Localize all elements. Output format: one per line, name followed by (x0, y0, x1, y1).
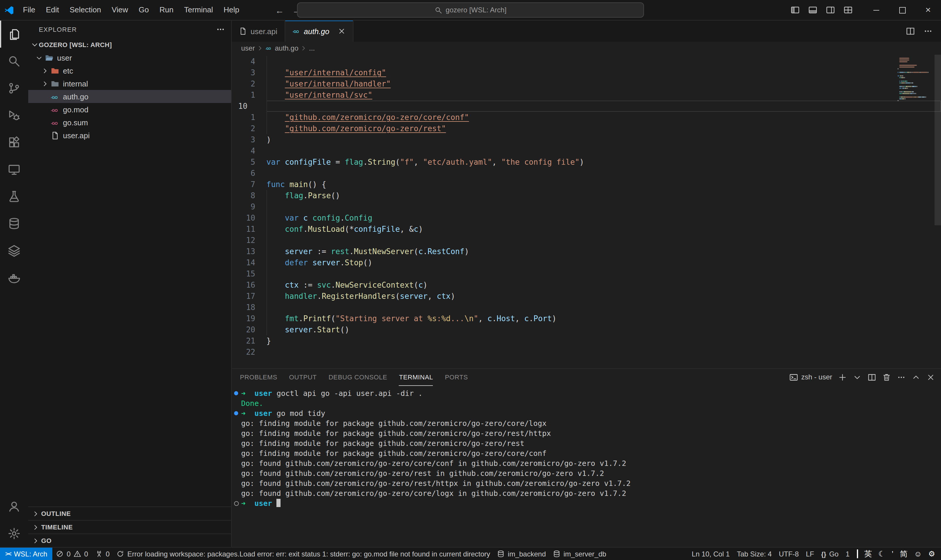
code-line[interactable]: 4 (232, 145, 941, 157)
terminal-dropdown-icon[interactable] (853, 373, 862, 382)
breadcrumb-item[interactable]: ... (309, 44, 315, 52)
status-workspace-loading[interactable]: Error loading workspace: packages.Load e… (113, 548, 494, 560)
workspace-root[interactable]: GOZERO [WSL: ARCH] (28, 38, 231, 51)
command-decoration-icon[interactable] (234, 391, 238, 395)
code-line[interactable]: 3 ) (232, 134, 941, 145)
menu-file[interactable]: File (18, 0, 41, 20)
close-panel-icon[interactable] (926, 373, 935, 382)
command-decoration-icon[interactable] (234, 411, 238, 415)
section-go[interactable]: GO (28, 534, 231, 547)
terminal-instance[interactable]: zsh - user (790, 373, 832, 382)
activity-explorer[interactable] (0, 21, 28, 48)
tree-item-auth.go[interactable]: -GO auth.go (28, 90, 231, 103)
tree-item-go.mod[interactable]: -GO go.mod (28, 103, 231, 116)
activity-run-debug[interactable] (0, 102, 28, 129)
status-indentation[interactable]: Tab Size: 4 (733, 548, 775, 560)
maximize-panel-icon[interactable] (912, 373, 920, 382)
menu-edit[interactable]: Edit (41, 0, 65, 20)
tree-item-user.api[interactable]: user.api (28, 129, 231, 142)
close-tab-icon[interactable] (338, 27, 346, 35)
code-line[interactable]: 20 server.Start() (232, 324, 941, 335)
code-line[interactable]: 9 (232, 201, 941, 212)
menu-terminal[interactable]: Terminal (179, 0, 218, 20)
toggle-sidebar-icon[interactable] (790, 5, 800, 15)
tree-item-user[interactable]: user (28, 51, 231, 64)
code-line[interactable]: 10 var c config.Config (232, 212, 941, 223)
status-problems[interactable]: 00 (53, 548, 92, 560)
back-arrow-icon[interactable]: ← (275, 5, 284, 15)
status-db-im-server-db[interactable]: im_server_db (549, 548, 610, 560)
code-line[interactable]: 22 (232, 346, 941, 358)
close-button[interactable]: × (915, 0, 941, 20)
maximize-button[interactable] (889, 0, 915, 20)
menu-view[interactable]: View (106, 0, 134, 20)
status-eol[interactable]: LF (802, 548, 818, 560)
code-line[interactable]: 7 func main() { (232, 179, 941, 190)
code-line[interactable]: 8 flag.Parse() (232, 190, 941, 201)
activity-layers[interactable] (0, 237, 28, 264)
tab-auth.go[interactable]: -GO auth.go (285, 21, 354, 42)
menu-help[interactable]: Help (218, 0, 244, 20)
command-decoration-icon[interactable] (234, 501, 239, 506)
code-line[interactable]: 1 "user/internal/svc" (232, 89, 941, 101)
code-line[interactable]: 4 (232, 56, 941, 67)
tree-item-internal[interactable]: internal (28, 77, 231, 90)
tree-item-etc[interactable]: etc (28, 64, 231, 77)
status-cursor-position[interactable]: Ln 10, Col 1 (688, 548, 733, 560)
editor-more-actions-icon[interactable] (923, 26, 933, 36)
activity-extensions[interactable] (0, 129, 28, 156)
code-line[interactable]: 21 } (232, 335, 941, 346)
code-line[interactable]: 2 "github.com/zeromicro/go-zero/rest" (232, 123, 941, 134)
ime-item-2[interactable]: ’ (892, 549, 893, 558)
code-line[interactable]: 2 "user/internal/handler" (232, 78, 941, 89)
ime-item-1[interactable]: ☾ (878, 549, 885, 558)
code-line[interactable]: 11 conf.MustLoad(*configFile, &c) (232, 223, 941, 235)
activity-remote-explorer[interactable] (0, 156, 28, 183)
customize-layout-icon[interactable] (843, 5, 853, 15)
code-line[interactable]: 15 (232, 268, 941, 279)
activity-accounts[interactable] (0, 493, 28, 520)
toggle-secondary-sidebar-icon[interactable] (826, 5, 835, 15)
code-line[interactable]: 6 (232, 168, 941, 179)
activity-testing[interactable] (0, 183, 28, 210)
status-remote[interactable]: ><WSL: Arch (0, 548, 53, 560)
code-line[interactable]: 5 var configFile = flag.String("f", "etc… (232, 157, 941, 168)
editor-scrollbar[interactable] (935, 55, 941, 225)
status-db-im-backend[interactable]: im_backend (494, 548, 549, 560)
code-line[interactable]: 17 handler.RegisterHandlers(server, ctx) (232, 291, 941, 302)
activity-source-control[interactable] (0, 75, 28, 102)
breadcrumb-item[interactable]: -GOauth.go (266, 44, 298, 52)
status-ports[interactable]: 0 (92, 548, 113, 560)
ime-item-3[interactable]: 简 (900, 549, 907, 559)
menu-go[interactable]: Go (134, 0, 154, 20)
status-language-mode[interactable]: {}Go (818, 548, 842, 560)
activity-search[interactable] (0, 48, 28, 75)
toggle-panel-icon[interactable] (808, 5, 818, 15)
section-timeline[interactable]: TIMELINE (28, 520, 231, 534)
minimap[interactable] (898, 56, 934, 103)
split-terminal-icon[interactable] (867, 373, 876, 382)
more-actions-icon[interactable] (216, 25, 225, 34)
tree-item-go.sum[interactable]: -GO go.sum (28, 116, 231, 129)
kill-terminal-icon[interactable] (882, 373, 891, 382)
code-line[interactable]: 16 ctx := svc.NewServiceContext(c) (232, 279, 941, 291)
panel-tab-ports[interactable]: PORTS (445, 369, 468, 386)
code-line[interactable]: 3 "user/internal/config" (232, 67, 941, 78)
ime-item-5[interactable]: ⚙ (928, 549, 935, 558)
split-editor-icon[interactable] (906, 26, 915, 36)
code-line[interactable]: 14 defer server.Stop() (232, 257, 941, 268)
menu-run[interactable]: Run (154, 0, 179, 20)
menu-selection[interactable]: Selection (65, 0, 106, 20)
breadcrumb-item[interactable]: user (241, 44, 255, 52)
panel-tab-terminal[interactable]: TERMINAL (399, 369, 433, 386)
activity-docker[interactable] (0, 264, 28, 291)
terminal[interactable]: ➜ user goctl api go -api user.api -dir .… (232, 385, 941, 547)
code-line[interactable]: 18 (232, 302, 941, 313)
panel-tab-problems[interactable]: PROBLEMS (240, 369, 277, 386)
panel-more-actions-icon[interactable] (897, 373, 906, 382)
minimize-button[interactable] (863, 0, 889, 20)
ime-item-4[interactable]: ☺ (914, 549, 922, 558)
code-editor[interactable]: 4 3 "user/internal/config" 2 "user/inter… (232, 55, 941, 368)
ime-item-0[interactable]: 英 (864, 549, 872, 559)
activity-settings[interactable] (0, 520, 28, 547)
